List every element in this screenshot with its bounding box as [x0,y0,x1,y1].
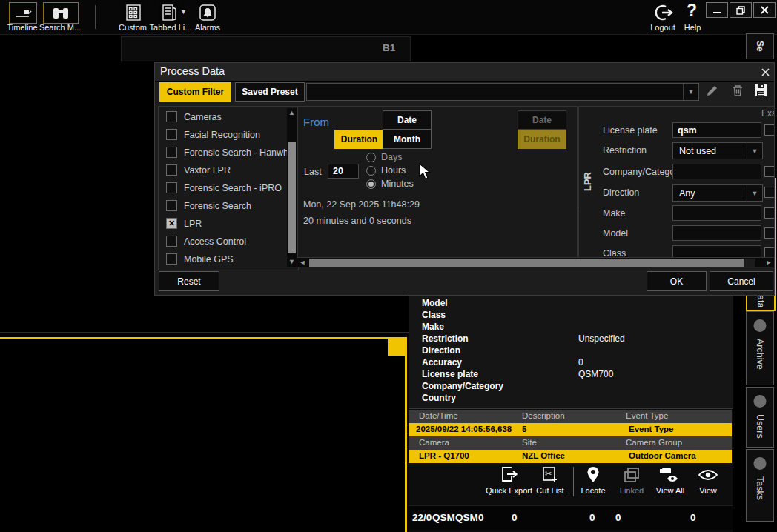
exact-checkbox[interactable] [764,247,775,258]
event-table: Date/Time Description Event Type 2025/09… [409,410,732,463]
preset-select[interactable]: ▼ [306,83,699,101]
results-row[interactable]: 22/0 QSM QSM 0 0 0 0 0 [409,505,733,530]
radio-minutes[interactable] [366,179,376,189]
alarms-button[interactable]: Alarms [190,0,225,33]
checkbox[interactable] [166,111,177,122]
exact-checkbox[interactable] [764,207,775,219]
quick-export-button[interactable]: Quick Export [486,465,532,487]
checkbox[interactable] [166,182,177,193]
scrollbar-thumb[interactable] [288,142,296,253]
detail-label: Model [422,298,448,308]
saved-preset-tab[interactable]: Saved Preset [235,82,305,102]
model-input[interactable] [672,225,761,241]
pencil-icon [705,83,720,98]
table-row[interactable]: LPR - Q1700 NZL Office Outdoor Camera [409,450,732,463]
view-button[interactable]: View [689,465,727,487]
scroll-down-icon[interactable]: ▼ [287,257,297,267]
exact-checkbox[interactable] [764,124,775,136]
dialog-h-scrollbar[interactable]: ◄ ► [297,258,774,267]
table-row[interactable]: 2025/09/22 14:05:56,638 5 Event Type [409,423,732,436]
timeline-button[interactable]: Timeline [1,0,43,33]
checkbox[interactable] [166,147,177,158]
tab-archive[interactable]: Archive [746,311,774,385]
scroll-up-icon[interactable]: ▲ [287,108,297,118]
tabbed-list-caret-icon[interactable]: ▼ [180,8,187,16]
radio-days[interactable] [366,153,376,162]
tab-tasks[interactable]: Tasks [746,449,774,522]
custom-filter-tab[interactable]: Custom Filter [159,82,231,102]
detail-label: Class [422,310,446,320]
search-menu-button[interactable]: Search M... [41,0,79,33]
vertical-tab-top[interactable]: Se [746,33,774,59]
col-camera-group: Camera Group [626,438,682,447]
from-month-button[interactable]: Month [383,130,432,149]
exact-checkbox[interactable] [764,187,775,198]
cancel-button[interactable]: Cancel [710,271,773,291]
chevron-down-icon[interactable]: ▼ [747,185,762,201]
dialog-close-button[interactable] [758,66,772,78]
source-access-control[interactable]: Access Control [166,236,292,247]
duration-label: Duration [341,134,377,144]
tabbed-list-label: Tabbed Li... [150,23,192,32]
users-icon [754,395,767,408]
tabbed-list-button[interactable]: ▼ Tabbed Li... [151,0,190,33]
checkbox[interactable] [166,253,177,265]
radio-hours[interactable] [366,166,376,176]
reset-button[interactable]: Reset [159,271,219,291]
source-vaxtor-lpr[interactable]: Vaxtor LPR [166,164,292,176]
custom-button[interactable]: Custom [113,0,153,33]
license-plate-input[interactable] [672,122,761,138]
checkbox[interactable] [166,200,177,211]
source-mobile-gps[interactable]: Mobile GPS [166,253,292,265]
sources-scrollbar[interactable]: ▲ ▼ [287,108,297,267]
tab-users[interactable]: Users [746,387,774,448]
window-maximize-button[interactable] [730,2,752,18]
class-input[interactable] [672,245,761,258]
checkbox[interactable] [166,236,177,247]
exact-checkbox[interactable] [764,227,775,239]
tab-archive-label: Archive [755,339,765,370]
exact-checkbox[interactable] [764,166,775,177]
company-category-input[interactable] [672,164,761,179]
last-value-input[interactable] [328,164,359,179]
source-label: Forensic Search [184,201,251,211]
make-input[interactable] [672,205,761,221]
custom-label: Custom [119,23,147,32]
restriction-select[interactable]: Not used ▼ [672,142,763,159]
preset-edit-button[interactable] [705,83,721,99]
from-duration-button[interactable]: Duration [334,130,384,149]
dialog-title-bar[interactable]: Process Data [155,63,774,82]
chevron-down-icon[interactable]: ▼ [747,143,762,159]
checkbox-checked[interactable]: ✕ [166,218,177,229]
help-button[interactable]: ? Help [676,0,709,33]
preset-delete-button[interactable] [730,83,747,99]
preset-save-button[interactable] [753,82,770,100]
cell-site: NZL Office [522,451,565,460]
chevron-down-icon[interactable]: ▼ [683,84,698,100]
source-facial-recognition[interactable]: Facial Recognition [166,129,292,140]
scroll-right-icon[interactable]: ► [764,258,774,267]
direction-select[interactable]: Any ▼ [672,184,763,202]
cut-list-button[interactable]: ✂ Cut List [530,465,570,487]
from-date-button[interactable]: Date [383,110,432,130]
lpr-section-label: LPR [582,172,593,191]
window-minimize-button[interactable] [706,2,728,18]
scroll-left-icon[interactable]: ◄ [297,258,308,267]
lpr-field-label: Make [603,208,626,219]
help-icon: ? [687,1,697,21]
source-lpr[interactable]: ✕LPR [166,218,292,229]
quick-export-icon [500,465,518,485]
ok-button[interactable]: OK [647,271,707,291]
checkbox[interactable] [166,129,177,140]
view-all-button[interactable]: View All [650,465,690,487]
source-forensic-ipro[interactable]: Forensic Search - iPRO [166,182,292,193]
locate-button[interactable]: Locate [573,465,613,487]
source-forensic-search[interactable]: Forensic Search [166,200,292,211]
window-close-button[interactable] [753,2,776,18]
search-menu-label: Search M... [39,23,81,32]
checkbox[interactable] [166,164,177,176]
minimize-icon [712,6,721,15]
source-forensic-hanwha[interactable]: Forensic Search - Hanwha [166,147,292,158]
scrollbar-thumb[interactable] [309,259,744,267]
source-cameras[interactable]: Cameras [166,111,292,122]
